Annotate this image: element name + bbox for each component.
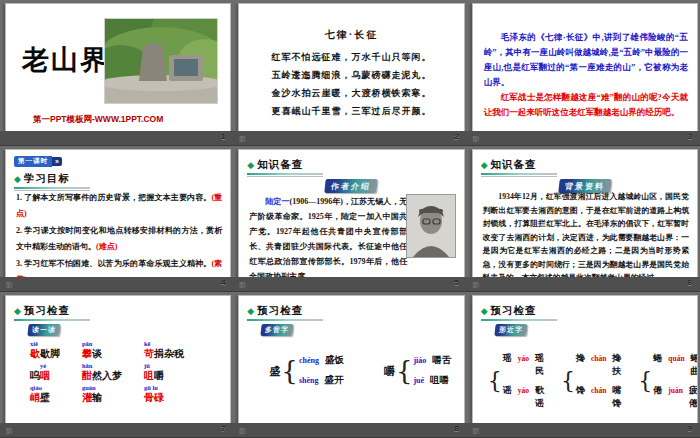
read-aloud-banner: 读一读 xyxy=(28,318,60,336)
slide-6-footer-strip: 阶 6 xyxy=(467,277,700,292)
slide-4-footer-strip: 阶 4 xyxy=(0,277,233,292)
intro-paragraph-red: 红军战士是怎样翻越这座“难”翻的山的呢?今天就让我们一起来听听这位老红军翻越老山… xyxy=(484,90,688,120)
objective-tag: (难点) xyxy=(96,242,117,251)
slide-3-canvas: 毛泽东的《七律·长征》中,讲到了雄伟险峻的“五岭”，其中有一座山岭叫做越城岭,是… xyxy=(472,3,698,132)
author-bio: 陆定一(1906—1996年)，江苏无锡人，无产阶级革命家。1925年，陆定一加… xyxy=(249,194,407,278)
poem-line: 更喜岷山千里雪，三军过后尽开颜。 xyxy=(239,102,463,120)
page-number: 4 xyxy=(221,278,225,287)
corner-watermark: 阶 xyxy=(239,134,246,144)
pinyin: jǔ xyxy=(144,362,184,370)
vocab-word: yè 呜咽 xyxy=(30,362,60,381)
pinyin: kē xyxy=(144,340,184,348)
slide-1-footer-strip: 1 xyxy=(0,131,233,146)
pinyin: yáo xyxy=(518,354,529,363)
vocab-word: kē 苛捐杂税 xyxy=(144,340,184,359)
slide-5-canvas: ◆ 知识备查 作者介绍 陆定一(1906—1996年)，江苏无锡人，无产阶级革命… xyxy=(238,149,464,278)
corner-watermark: 阶 xyxy=(473,426,480,436)
objective-item: 1. 了解本文所写事件的历史背景，把握文本主要内容。(重点) xyxy=(16,190,222,221)
poem-line: 红军不怕远征难，万水千山只等闲。 xyxy=(239,48,463,66)
vocab-word: jǔ 咀嚼 xyxy=(144,362,184,381)
pinyin: hān xyxy=(82,362,122,370)
slide-thumbnail-7[interactable]: ◆ 预习检查 读一读 xiē 歇歇脚 yè 呜咽 xyxy=(0,292,233,438)
page-number: 2 xyxy=(454,132,458,141)
author-portrait-photo xyxy=(406,194,456,258)
slide-8-canvas: ◆ 预习检查 多音字 盛 { chéng盛饭 shèng盛开 嚼 xyxy=(238,295,464,424)
pinyin: guàn xyxy=(82,384,122,392)
slide-thumbnail-9[interactable]: ◆ 预习检查 形近字 { 瑶yáo瑶民 谣yáo歌谣 { xyxy=(467,292,700,438)
pinyin: gū lu xyxy=(144,384,184,392)
pinyin: chān xyxy=(591,354,606,363)
slide-thumbnail-6[interactable]: ◆ 知识备查 背景资料 1934年12月，红军强渡湘江后进入越城岭山区，国民党判… xyxy=(467,146,700,292)
heading-text: 预习检查 xyxy=(491,304,537,318)
heading-text: 预习检查 xyxy=(257,304,303,318)
vocab-word: hān 酣然入梦 xyxy=(82,362,122,381)
slide-4-canvas: 第一课时 » ◆ 学习目标 1. 了解本文所写事件的历史背景，把握文本主要内容。… xyxy=(5,149,231,278)
heading-text: 知识备查 xyxy=(257,158,303,172)
lesson-title: 老山界 xyxy=(22,42,109,78)
similar-char-group: { 搀chān搀扶 馋chán嘴馋 xyxy=(560,352,621,410)
corner-watermark: 阶 xyxy=(473,134,480,144)
brace-glyph: { xyxy=(281,358,298,384)
pinyin: jiáo xyxy=(413,356,426,365)
slide-1-canvas: 老山界 第一PPT模板网-WWW.1PPT.COM xyxy=(5,3,231,132)
slide-9-canvas: ◆ 预习检查 形近字 { 瑶yáo瑶民 谣yáo歌谣 { xyxy=(472,295,698,424)
page-number: 3 xyxy=(688,132,692,141)
objective-item: 2. 学习课文按时间变化和地点转移安排材料的方法，赏析文中精彩生动的语句。(难点… xyxy=(16,223,222,254)
diamond-bullet-icon: ◆ xyxy=(14,307,21,316)
vocab-word: guàn 灌输 xyxy=(82,384,122,403)
slide-5-footer-strip: 阶 5 xyxy=(233,277,466,292)
poem-title: 七律·长征 xyxy=(239,28,463,42)
pinyin: juàn xyxy=(668,386,683,395)
pinyin: shèng xyxy=(299,376,319,385)
site-watermark-text: 第一PPT模板网-WWW.1PPT.COM xyxy=(6,114,190,126)
slide-9-footer-strip: 阶 9 xyxy=(467,423,700,438)
heading-text: 预习检查 xyxy=(24,304,70,318)
objective-item: 3. 学习红军不怕困难、以苦为乐的革命乐观主义精神。(素养) xyxy=(16,256,222,278)
heading-underline xyxy=(14,187,90,189)
brace-glyph: { xyxy=(638,370,652,392)
slide-7-canvas: ◆ 预习检查 读一读 xiē 歇歇脚 yè 呜咽 xyxy=(5,295,231,424)
slide-thumbnail-8[interactable]: ◆ 预习检查 多音字 盛 { chéng盛饭 shèng盛开 嚼 xyxy=(233,292,466,438)
slide-thumbnail-3[interactable]: 毛泽东的《七律·长征》中,讲到了雄伟险峻的“五岭”，其中有一座山岭叫做越城岭,是… xyxy=(467,0,700,146)
diamond-bullet-icon: ◆ xyxy=(247,307,254,316)
brace-glyph: { xyxy=(561,370,575,392)
mountain-monument-photo xyxy=(104,18,218,104)
slide-3-footer-strip: 阶 3 xyxy=(467,131,700,146)
corner-watermark: 阶 xyxy=(6,426,13,436)
slide-thumbnail-4[interactable]: 第一课时 » ◆ 学习目标 1. 了解本文所写事件的历史背景，把握文本主要内容。… xyxy=(0,146,233,292)
section-heading: ◆ 学习目标 xyxy=(14,172,90,191)
page-number: 8 xyxy=(454,424,458,433)
slide-2-footer-strip: 阶 2 xyxy=(233,131,466,146)
heading-text: 知识备查 xyxy=(491,158,537,172)
page-number: 1 xyxy=(221,132,225,141)
pinyin: jué xyxy=(413,376,424,385)
page-number: 9 xyxy=(688,424,692,433)
pinyin: yè xyxy=(30,362,60,370)
vocab-word: gū lu 骨碌 xyxy=(144,384,184,403)
slide-2-canvas: 七律·长征 红军不怕远征难，万水千山只等闲。 五岭逶迤腾细浪，乌蒙磅礴走泥丸。 … xyxy=(238,3,464,132)
diamond-bullet-icon: ◆ xyxy=(14,175,21,184)
background-paragraph: 1934年12月，红军强渡湘江后进入越城岭山区，国民党判断出红军要去湘西的意图，… xyxy=(483,190,689,278)
poem-line: 金沙水拍云崖暖，大渡桥横铁索寒。 xyxy=(239,84,463,102)
diamond-bullet-icon: ◆ xyxy=(481,307,488,316)
slide-thumbnail-2[interactable]: 七律·长征 红军不怕远征难，万水千山只等闲。 五岭逶迤腾细浪，乌蒙磅礴走泥丸。 … xyxy=(233,0,466,146)
corner-watermark: 阶 xyxy=(473,280,480,290)
heading-text: 学习目标 xyxy=(24,172,70,186)
lesson-session-badge: 第一课时 » xyxy=(14,156,62,167)
page-number: 6 xyxy=(688,278,692,287)
brace-glyph: { xyxy=(488,370,502,392)
pinyin: pān xyxy=(82,340,122,348)
corner-watermark: 阶 xyxy=(6,280,13,290)
badge-label: 第一课时 xyxy=(14,156,52,167)
badge-arrow-icon: » xyxy=(52,157,62,166)
slide-thumbnail-5[interactable]: ◆ 知识备查 作者介绍 陆定一(1906—1996年)，江苏无锡人，无产阶级革命… xyxy=(233,146,466,292)
slide-6-canvas: ◆ 知识备查 背景资料 1934年12月，红军强渡湘江后进入越城岭山区，国民党判… xyxy=(472,149,698,278)
slide-thumbnail-1[interactable]: 老山界 第一PPT模板网-WWW.1PPT.COM xyxy=(0,0,233,146)
pinyin: chéng xyxy=(299,356,319,365)
author-intro-banner: 作者介绍 xyxy=(239,174,463,193)
pinyin: qiào xyxy=(30,384,60,392)
vocab-word: qiào 峭壁 xyxy=(30,384,60,403)
page-number: 5 xyxy=(454,278,458,287)
corner-watermark: 阶 xyxy=(239,426,246,436)
polyphone-group: 盛 { chéng盛饭 shèng盛开 xyxy=(269,354,344,387)
